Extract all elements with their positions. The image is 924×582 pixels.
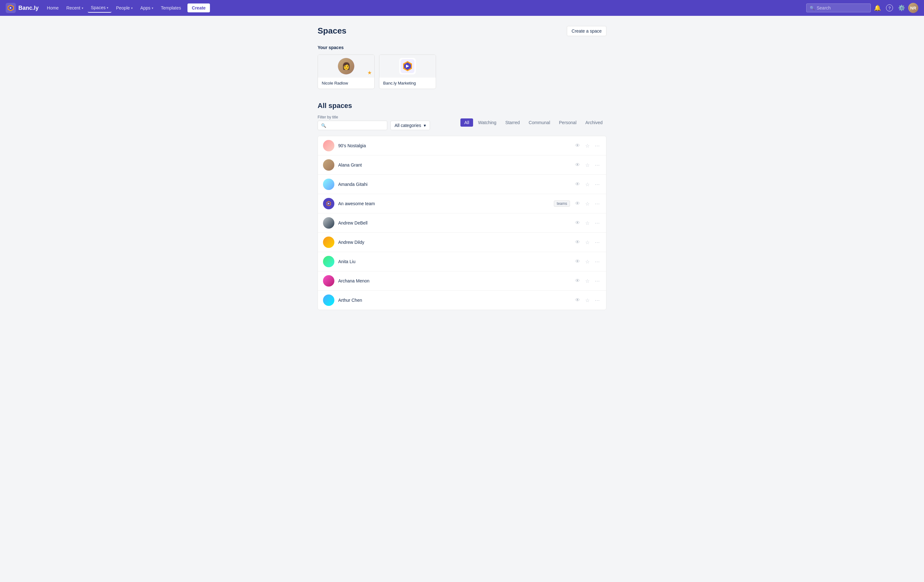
space-avatar-awesome [323, 198, 334, 209]
table-row[interactable]: Archana Menon 👁 ☆ ⋯ [318, 271, 606, 291]
search-icon: 🔍 [810, 6, 815, 10]
space-name-awesome: An awesome team [338, 201, 550, 206]
space-row-actions-archana: 👁 ☆ ⋯ [574, 277, 601, 285]
filter-search-box[interactable]: 🔍 [318, 120, 387, 130]
table-row[interactable]: Alana Grant 👁 ☆ ⋯ [318, 155, 606, 175]
watch-button-amanda[interactable]: 👁 [574, 181, 581, 188]
star-icon-nicole: ★ [367, 70, 372, 76]
tab-archived[interactable]: Archived [582, 119, 606, 127]
category-select[interactable]: All categories ▾ [390, 120, 430, 130]
watch-button-archana[interactable]: 👁 [574, 277, 581, 284]
space-tag-awesome: teams [554, 200, 570, 207]
space-row-actions-nostalgia: 👁 ☆ ⋯ [574, 142, 601, 150]
app-logo[interactable]: Banc.ly [6, 3, 39, 13]
user-avatar[interactable]: NR [908, 3, 918, 13]
tab-watching[interactable]: Watching [474, 119, 500, 127]
create-space-button[interactable]: Create a space [567, 26, 606, 36]
tab-communal[interactable]: Communal [525, 119, 554, 127]
tab-personal[interactable]: Personal [555, 119, 580, 127]
people-chevron-icon: ▾ [131, 7, 133, 10]
notifications-button[interactable]: 🔔 [872, 3, 883, 13]
star-button-arthur[interactable]: ☆ [584, 297, 591, 304]
space-row-actions-arthur: 👁 ☆ ⋯ [574, 297, 601, 304]
space-card-bancly[interactable]: Banc.ly Marketing [379, 54, 436, 89]
nav-home[interactable]: Home [44, 3, 62, 12]
watch-button-arthur[interactable]: 👁 [574, 297, 581, 304]
table-row[interactable]: 90's Nostalgia 👁 ☆ ⋯ [318, 136, 606, 155]
all-spaces-section: All spaces Filter by title 🔍 All categor… [318, 102, 606, 310]
star-button-amanda[interactable]: ☆ [584, 181, 591, 188]
more-button-anita[interactable]: ⋯ [593, 258, 601, 265]
table-row[interactable]: Anita Liu 👁 ☆ ⋯ [318, 252, 606, 271]
nav-templates[interactable]: Templates [158, 3, 184, 12]
nav-people[interactable]: People ▾ [113, 3, 136, 12]
star-button-andrew-debell[interactable]: ☆ [584, 219, 591, 227]
nav-spaces[interactable]: Spaces ▾ [88, 3, 112, 13]
space-name-andrew-dildy: Andrew Dildy [338, 240, 570, 245]
watch-button-andrew-dildy[interactable]: 👁 [574, 239, 581, 246]
space-card-body-bancly: Banc.ly Marketing [380, 77, 436, 89]
watch-button-anita[interactable]: 👁 [574, 258, 581, 265]
tab-all[interactable]: All [460, 119, 473, 127]
settings-button[interactable]: ⚙️ [896, 3, 907, 13]
all-spaces-title: All spaces [318, 102, 606, 110]
space-card-body-nicole: Nicole Radlow [318, 77, 374, 89]
tab-starred[interactable]: Starred [502, 119, 524, 127]
table-row[interactable]: Amanda Gitahi 👁 ☆ ⋯ [318, 175, 606, 194]
space-name-archana: Archana Menon [338, 278, 570, 284]
table-row[interactable]: Andrew DeBell 👁 ☆ ⋯ [318, 213, 606, 233]
nav-recent[interactable]: Recent ▾ [63, 3, 86, 12]
space-row-actions-andrew-dildy: 👁 ☆ ⋯ [574, 239, 601, 246]
watch-button-nostalgia[interactable]: 👁 [574, 142, 581, 149]
table-row[interactable]: Andrew Dildy 👁 ☆ ⋯ [318, 233, 606, 252]
filter-group: Filter by title 🔍 All categories ▾ [318, 115, 430, 130]
space-row-actions-awesome: 👁 ☆ ⋯ [574, 200, 601, 208]
space-row-actions-andrew-debell: 👁 ☆ ⋯ [574, 219, 601, 227]
space-name-anita: Anita Liu [338, 259, 570, 264]
space-avatar-andrew-dildy [323, 237, 334, 248]
table-row[interactable]: An awesome team teams 👁 ☆ ⋯ [318, 194, 606, 213]
create-button[interactable]: Create [188, 3, 210, 12]
more-button-alana[interactable]: ⋯ [593, 162, 601, 169]
more-button-nostalgia[interactable]: ⋯ [593, 142, 601, 150]
star-button-nostalgia[interactable]: ☆ [584, 142, 591, 150]
filter-row: Filter by title 🔍 All categories ▾ All W… [318, 115, 606, 130]
watch-button-awesome[interactable]: 👁 [574, 200, 581, 207]
space-avatar-arthur [323, 295, 334, 306]
filter-label: Filter by title [318, 115, 430, 119]
more-button-awesome[interactable]: ⋯ [593, 200, 601, 208]
space-avatar-anita [323, 256, 334, 267]
nav-apps[interactable]: Apps ▾ [137, 3, 157, 12]
search-box[interactable]: 🔍 [806, 3, 871, 12]
help-button[interactable]: ? [884, 3, 895, 13]
page-title: Spaces [318, 26, 346, 36]
spaces-list: 90's Nostalgia 👁 ☆ ⋯ Alana Grant 👁 ☆ ⋯ [318, 136, 606, 310]
space-card-avatar-bancly [399, 58, 416, 74]
star-button-awesome[interactable]: ☆ [584, 200, 591, 208]
your-spaces-grid: 👩 ★ Nicole Radlow [318, 54, 606, 89]
table-row[interactable]: Arthur Chen 👁 ☆ ⋯ [318, 291, 606, 310]
search-input[interactable] [817, 5, 867, 10]
more-button-amanda[interactable]: ⋯ [593, 181, 601, 188]
star-button-andrew-dildy[interactable]: ☆ [584, 239, 591, 246]
your-spaces-section: Your spaces 👩 ★ Nicole Radlow [318, 45, 606, 89]
watch-button-andrew-debell[interactable]: 👁 [574, 219, 581, 226]
more-button-andrew-dildy[interactable]: ⋯ [593, 239, 601, 246]
watch-button-alana[interactable]: 👁 [574, 162, 581, 168]
apps-chevron-icon: ▾ [152, 7, 153, 10]
more-button-archana[interactable]: ⋯ [593, 277, 601, 285]
filter-search-icon: 🔍 [321, 123, 326, 128]
more-button-andrew-debell[interactable]: ⋯ [593, 219, 601, 227]
space-card-nicole[interactable]: 👩 ★ Nicole Radlow [318, 54, 375, 89]
more-button-arthur[interactable]: ⋯ [593, 297, 601, 304]
space-avatar-amanda [323, 178, 334, 190]
bell-icon: 🔔 [874, 5, 881, 12]
main-content: Spaces Create a space Your spaces 👩 ★ Ni… [310, 16, 614, 320]
spaces-chevron-icon: ▾ [107, 6, 108, 10]
star-button-anita[interactable]: ☆ [584, 258, 591, 265]
space-row-actions-anita: 👁 ☆ ⋯ [574, 258, 601, 265]
star-button-archana[interactable]: ☆ [584, 277, 591, 285]
gear-icon: ⚙️ [898, 5, 905, 12]
star-button-alana[interactable]: ☆ [584, 162, 591, 169]
filter-search-input[interactable] [328, 123, 372, 128]
